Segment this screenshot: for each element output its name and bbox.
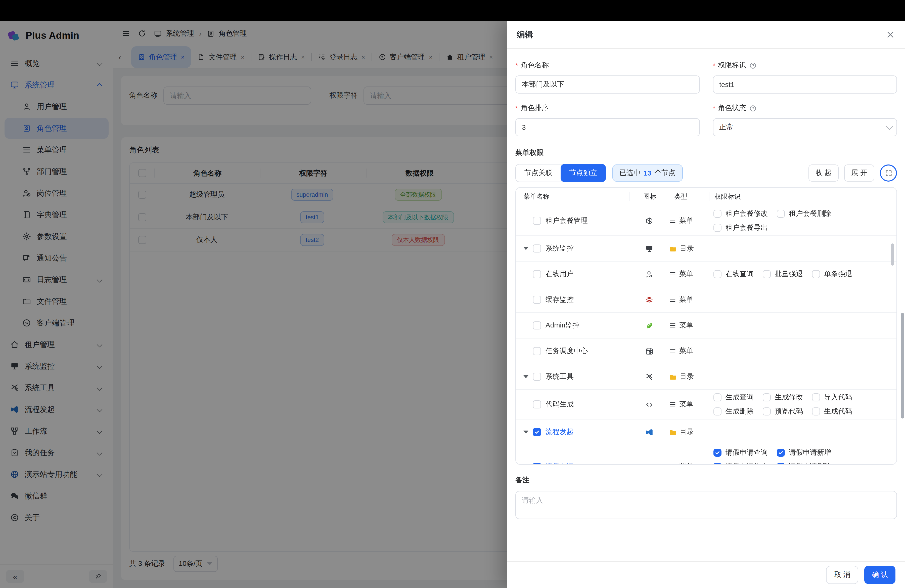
folder-icon <box>669 428 677 436</box>
perm-checkbox[interactable] <box>777 449 785 457</box>
drawer-footer: 取 消 确 认 <box>507 561 905 588</box>
type-label: 目录 <box>680 427 694 437</box>
type-label: 菜单 <box>679 270 693 279</box>
perm-checkbox[interactable] <box>713 407 721 415</box>
tree-icon-cell <box>629 270 669 278</box>
tree-node-checkbox[interactable] <box>533 321 541 329</box>
perm-checkbox[interactable] <box>713 270 721 278</box>
perm-checkbox[interactable] <box>763 270 771 278</box>
tools-icon <box>645 372 654 381</box>
tree-perms-cell <box>708 248 897 250</box>
tree-node-checkbox[interactable] <box>533 217 541 225</box>
code-icon <box>645 400 654 409</box>
perm-label: 导入代码 <box>824 393 852 402</box>
menu-perm-controls: 节点关联节点独立 已选中13个节点 收 起 展 开 <box>515 164 897 182</box>
perm-label: 生成删除 <box>726 407 754 416</box>
tree-node-label: 请假申请 <box>546 462 574 465</box>
perm-item: 租户套餐删除 <box>777 209 831 218</box>
collapse-all-button[interactable]: 收 起 <box>808 164 838 181</box>
expand-arrow-icon[interactable] <box>523 431 529 434</box>
tree-type-cell: 菜单 <box>669 295 708 304</box>
form-field-perm-key: *权限标识 <box>713 61 897 94</box>
perm-item: 租户套餐导出 <box>713 223 768 232</box>
close-icon[interactable] <box>885 30 895 40</box>
tree-node-name-cell: 在线用户 <box>516 270 629 279</box>
perm-item: 导入代码 <box>812 393 852 402</box>
tree-icon-cell <box>629 347 669 355</box>
perm-label: 租户套餐删除 <box>789 209 831 218</box>
tree-node-label: 代码生成 <box>546 400 574 409</box>
tree-node-label: 系统工具 <box>546 372 574 381</box>
role-sort-input[interactable] <box>515 118 700 136</box>
tree-node-checkbox[interactable] <box>533 428 541 436</box>
perm-checkbox[interactable] <box>777 463 785 465</box>
tree-perms-cell <box>708 376 897 378</box>
expand-arrow-icon[interactable] <box>523 247 529 250</box>
tree-node-checkbox[interactable] <box>533 347 541 355</box>
confirm-button[interactable]: 确 认 <box>864 566 895 584</box>
fullscreen-icon <box>884 169 892 177</box>
tree-node-label: 系统监控 <box>546 244 574 253</box>
remark-textarea[interactable] <box>515 491 897 519</box>
tree-perms-cell <box>708 431 897 433</box>
expand-all-button[interactable]: 展 开 <box>844 164 874 181</box>
tree-node-checkbox[interactable] <box>533 400 541 408</box>
perm-checkbox[interactable] <box>713 449 721 457</box>
fullscreen-button[interactable] <box>880 164 897 181</box>
drawer-title: 编辑 <box>517 29 533 40</box>
type-label: 菜单 <box>679 400 693 409</box>
tree-node-checkbox[interactable] <box>533 296 541 304</box>
tree-icon-cell <box>629 244 669 253</box>
perm-item: 请假申请修改 <box>713 462 768 465</box>
tree-node-checkbox[interactable] <box>533 373 541 381</box>
perm-checkbox[interactable] <box>812 407 820 415</box>
tenant-package-icon <box>645 216 654 225</box>
perm-checkbox[interactable] <box>713 463 721 465</box>
perm-label: 请假申请删除 <box>789 462 831 465</box>
field-label: *权限标识 <box>713 61 897 70</box>
tree-row: 代码生成菜单生成查询生成修改导入代码生成删除预览代码生成代码 <box>516 390 897 420</box>
tree-node-label: 在线用户 <box>546 270 574 279</box>
field-label: *角色状态 <box>713 103 897 113</box>
perm-checkbox[interactable] <box>713 210 721 218</box>
role-status-select[interactable]: 正常 <box>713 118 897 136</box>
tree-node-checkbox[interactable] <box>533 463 541 465</box>
cancel-button[interactable]: 取 消 <box>826 566 858 584</box>
drawer-scrollbar-thumb[interactable] <box>901 313 904 418</box>
expand-arrow-icon[interactable] <box>523 375 529 378</box>
tree-row: 流程发起目录 <box>516 420 897 445</box>
perm-item: 请假申请新增 <box>777 448 831 457</box>
perm-key-input[interactable] <box>713 75 897 94</box>
perm-checkbox[interactable] <box>812 393 820 401</box>
perm-item: 单条强退 <box>812 270 852 279</box>
tree-type-cell: 目录 <box>669 244 708 253</box>
node-mode-segmented: 节点关联节点独立 <box>515 164 606 182</box>
tree-node-checkbox[interactable] <box>533 245 541 253</box>
tree-icon-cell <box>629 216 669 225</box>
perm-label: 单条强退 <box>824 270 852 279</box>
perm-checkbox[interactable] <box>713 224 721 232</box>
selected-count-chip[interactable]: 已选中13个节点 <box>612 164 683 181</box>
tree-perms-cell: 请假申请查询请假申请新增请假申请修改请假申请删除请假申请导出 <box>708 447 897 465</box>
top-black-bar <box>0 0 905 21</box>
tree-perms-cell <box>708 350 897 352</box>
menu-type-icon <box>669 322 676 329</box>
node-mode-option-2[interactable]: 节点独立 <box>560 164 606 182</box>
modal-overlay[interactable] <box>0 21 507 588</box>
perm-item: 租户套餐修改 <box>713 209 768 218</box>
perm-checkbox[interactable] <box>777 210 785 218</box>
task-schedule-icon <box>645 347 654 355</box>
perm-checkbox[interactable] <box>713 393 721 401</box>
tree-row: 系统监控目录 <box>516 236 897 262</box>
perm-label: 请假申请修改 <box>726 462 768 465</box>
tree-node-checkbox[interactable] <box>533 270 541 278</box>
perm-checkbox[interactable] <box>763 407 771 415</box>
perm-checkbox[interactable] <box>812 270 820 278</box>
field-label: *角色排序 <box>515 103 700 113</box>
tree-scrollbar-thumb[interactable] <box>891 243 894 265</box>
perm-checkbox[interactable] <box>763 393 771 401</box>
role-name-input[interactable] <box>515 75 700 94</box>
node-mode-option-1[interactable]: 节点关联 <box>516 164 561 181</box>
tree-type-cell: 菜单 <box>669 321 708 330</box>
tree-column-header: 菜单名称 <box>516 192 629 201</box>
